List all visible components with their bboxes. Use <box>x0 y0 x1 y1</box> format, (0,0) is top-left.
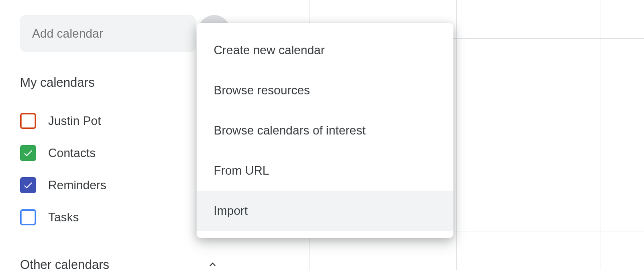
sidebar: My calendars Justin Pot Contacts Reminde… <box>20 15 226 270</box>
calendar-label: Reminders <box>48 178 106 192</box>
calendar-label: Justin Pot <box>48 114 101 128</box>
menu-item-browse-resources[interactable]: Browse resources <box>197 70 453 110</box>
checkbox-icon[interactable] <box>20 177 36 193</box>
calendar-label: Tasks <box>48 210 79 224</box>
menu-item-label: Browse calendars of interest <box>214 123 366 138</box>
menu-item-label: Import <box>214 204 248 218</box>
calendar-label: Contacts <box>48 146 96 160</box>
grid-line <box>456 0 457 270</box>
calendar-item-contacts[interactable]: Contacts <box>20 137 226 169</box>
menu-item-from-url[interactable]: From URL <box>197 151 453 191</box>
menu-item-label: Browse resources <box>214 83 310 97</box>
menu-item-browse-calendars-of-interest[interactable]: Browse calendars of interest <box>197 110 453 151</box>
checkbox-icon[interactable] <box>20 113 36 129</box>
my-calendars-list: Justin Pot Contacts Reminders Tasks <box>20 105 226 233</box>
other-calendars-header[interactable]: Other calendars <box>20 256 221 270</box>
chevron-up-icon[interactable] <box>205 256 221 270</box>
calendar-item-reminders[interactable]: Reminders <box>20 169 226 201</box>
my-calendars-header[interactable]: My calendars <box>20 75 221 90</box>
menu-item-label: Create new calendar <box>214 43 325 57</box>
checkbox-icon[interactable] <box>20 145 36 161</box>
checkbox-icon[interactable] <box>20 209 36 225</box>
menu-item-label: From URL <box>214 164 269 178</box>
menu-item-import[interactable]: Import <box>197 191 453 231</box>
other-calendars-title: Other calendars <box>20 257 109 271</box>
menu-item-create-new-calendar[interactable]: Create new calendar <box>197 30 453 70</box>
grid-line <box>600 0 600 270</box>
my-calendars-title: My calendars <box>20 75 95 90</box>
calendar-item-tasks[interactable]: Tasks <box>20 201 226 233</box>
calendar-item-justin-pot[interactable]: Justin Pot <box>20 105 226 137</box>
add-calendar-input[interactable] <box>20 15 196 52</box>
add-calendar-menu: Create new calendar Browse resources Bro… <box>197 23 453 238</box>
